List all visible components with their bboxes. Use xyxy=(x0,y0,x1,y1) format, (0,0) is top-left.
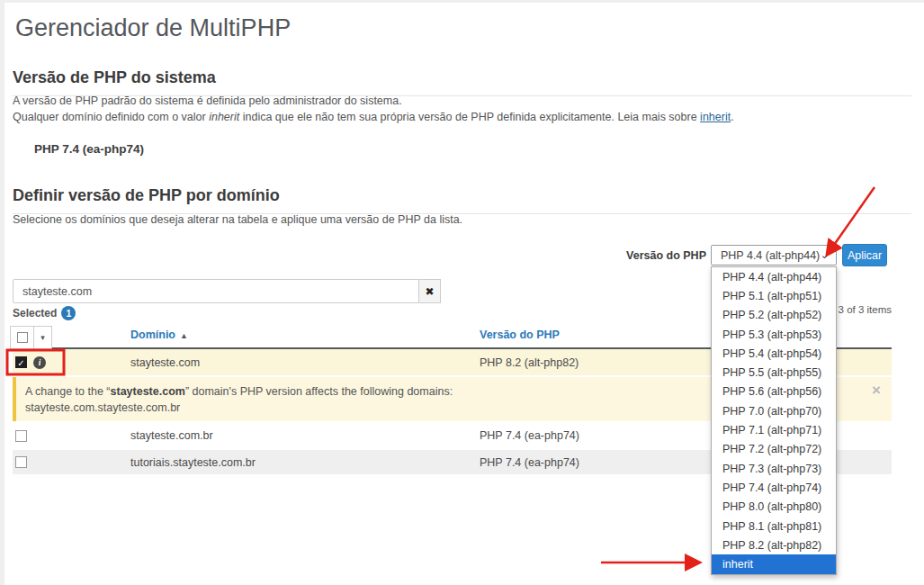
dropdown-option[interactable]: PHP 5.2 (alt-php52) xyxy=(712,306,836,325)
per-domain-heading: Definir versão de PHP por domínio xyxy=(13,186,911,214)
domain-cell: stayteste.com.br xyxy=(130,429,213,442)
clear-search-button[interactable]: ✖ xyxy=(419,279,441,303)
info-icon[interactable]: i xyxy=(33,356,46,369)
dropdown-option[interactable]: PHP 7.3 (alt-php73) xyxy=(712,459,836,478)
version-cell: PHP 7.4 (ea-php74) xyxy=(480,456,579,469)
sort-ascending-icon: ▲ xyxy=(180,331,188,340)
system-php-desc-line1: A versão de PHP padrão do sistema é defi… xyxy=(13,94,402,107)
page-top-edge xyxy=(0,0,924,3)
select-menu-button[interactable]: ▾ xyxy=(34,326,52,349)
dropdown-option[interactable]: PHP 8.0 (alt-php80) xyxy=(712,498,836,517)
dropdown-option[interactable]: PHP 5.4 (alt-php54) xyxy=(712,344,836,363)
selected-label: Selected xyxy=(13,307,57,320)
system-php-desc-line2-prefix: Qualquer domínio definido com o valor xyxy=(13,111,209,123)
domain-search-input[interactable] xyxy=(13,279,419,303)
dropdown-option[interactable]: PHP 7.1 (alt-php71) xyxy=(712,420,836,439)
selected-count-badge: 1 xyxy=(61,306,76,320)
dropdown-option[interactable]: PHP 4.4 (alt-php44) xyxy=(712,267,836,286)
row-select-cell: ✓ i xyxy=(15,356,46,369)
apply-button[interactable]: Aplicar xyxy=(842,244,887,266)
dropdown-option[interactable]: PHP 5.1 (alt-php51) xyxy=(712,286,836,305)
php-version-select[interactable]: PHP 4.4 (alt-php44) ⌄ xyxy=(711,245,837,266)
php-version-select-value: PHP 4.4 (alt-php44) xyxy=(721,249,821,262)
system-php-desc-line2-suffix: . xyxy=(731,111,733,123)
close-icon[interactable]: × xyxy=(872,382,881,398)
version-cell: PHP 7.4 (ea-php74) xyxy=(480,429,579,442)
row-checkbox-checked[interactable]: ✓ xyxy=(15,356,27,368)
row-select-cell xyxy=(15,456,27,468)
row-select-cell xyxy=(15,430,27,442)
column-header-domain[interactable]: Domínio▲ xyxy=(130,328,188,341)
multiphp-manager-page: Gerenciador de MultiPHP Versão de PHP do… xyxy=(0,0,924,585)
warning-domain: stayteste.com xyxy=(111,385,185,398)
selected-count: Selected 1 xyxy=(13,306,76,320)
dropdown-option[interactable]: PHP 7.2 (alt-php72) xyxy=(712,440,836,459)
domain-cell: stayteste.com xyxy=(130,356,200,369)
php-version-label: Versão do PHP xyxy=(594,249,706,262)
dropdown-option[interactable]: PHP 7.0 (alt-php70) xyxy=(712,401,836,420)
system-php-desc-line2-mid: indica que ele não tem sua própria versã… xyxy=(239,111,700,123)
select-all-group: ▾ xyxy=(10,326,52,349)
page-left-edge xyxy=(0,0,4,585)
checkbox-icon xyxy=(17,332,28,343)
system-php-description: A versão de PHP padrão do sistema é defi… xyxy=(13,93,734,125)
inherit-link[interactable]: inherit xyxy=(700,111,731,123)
dropdown-option[interactable]: PHP 8.1 (alt-php81) xyxy=(712,517,836,536)
dropdown-option[interactable]: PHP 5.6 (alt-php56) xyxy=(712,382,836,401)
page-title: Gerenciador de MultiPHP xyxy=(15,14,291,42)
warning-text-suffix: ” domain's PHP version affects the follo… xyxy=(185,385,453,398)
caret-down-icon: ▾ xyxy=(40,333,45,342)
column-header-domain-label: Domínio xyxy=(130,328,175,341)
chevron-down-icon: ⌄ xyxy=(821,249,829,261)
domain-cell: tutoriais.stayteste.com.br xyxy=(130,456,256,469)
inherit-emphasis: inherit xyxy=(209,111,239,123)
php-version-dropdown-list: PHP 4.4 (alt-php44) PHP 5.1 (alt-php51) … xyxy=(711,266,837,575)
column-header-version-label: Versão do PHP xyxy=(480,328,560,341)
warning-affected-domains: stayteste.com.stayteste.com.br xyxy=(25,401,180,414)
per-domain-description: Selecione os domínios que deseja alterar… xyxy=(13,212,462,228)
column-header-version[interactable]: Versão do PHP xyxy=(480,328,560,341)
row-checkbox[interactable] xyxy=(15,456,27,468)
dropdown-option-inherit-highlighted[interactable]: inherit xyxy=(712,554,836,573)
select-all-checkbox[interactable] xyxy=(10,326,34,349)
dropdown-option[interactable]: PHP 5.3 (alt-php53) xyxy=(712,325,836,344)
dropdown-option[interactable]: PHP 5.5 (alt-php55) xyxy=(712,363,836,382)
clear-icon: ✖ xyxy=(425,285,434,298)
system-php-version-value: PHP 7.4 (ea-php74) xyxy=(34,142,144,156)
warning-text-prefix: A change to the “ xyxy=(25,385,111,398)
dropdown-option[interactable]: PHP 8.2 (alt-php82) xyxy=(712,536,836,554)
row-checkbox[interactable] xyxy=(15,430,27,442)
version-cell: PHP 8.2 (alt-php82) xyxy=(480,356,579,369)
dropdown-option[interactable]: PHP 7.4 (alt-php74) xyxy=(712,478,836,497)
